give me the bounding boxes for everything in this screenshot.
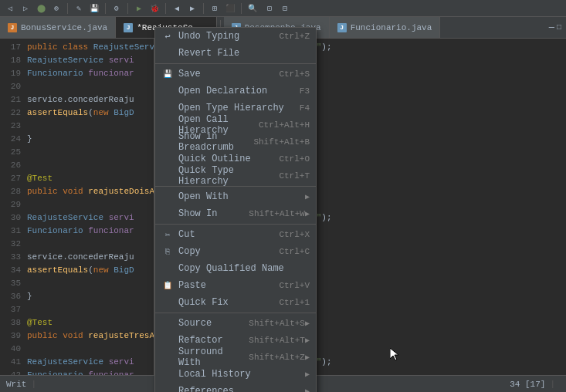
- menu-breadcrumb-label: Show in Breadcrumb: [178, 131, 247, 153]
- tab-spacer: [440, 17, 544, 38]
- menu-quick-type-label: Quick Type Hierarchy: [178, 165, 273, 187]
- menu-surround-label: Surround With: [178, 346, 242, 368]
- toolbar-search[interactable]: 🔍: [246, 2, 259, 15]
- code-line-38: 38@Test: [0, 316, 154, 329]
- toolbar-btn-1[interactable]: ◁: [3, 2, 17, 15]
- quick-fix-icon: [161, 296, 174, 309]
- menu-quick-type-shortcut: Ctrl+T: [279, 171, 310, 181]
- menu-breadcrumb-shortcut: Shift+Alt+B: [253, 137, 310, 147]
- toolbar-btn-2[interactable]: ▷: [19, 2, 32, 15]
- menu-local-history[interactable]: Local History ▶: [155, 366, 316, 383]
- show-in-arrow: ▶: [305, 209, 310, 218]
- tab-bonus-service[interactable]: J BonusService.java: [0, 17, 116, 38]
- copy-qual-icon: [161, 262, 174, 275]
- menu-cut[interactable]: ✂ Cut Ctrl+X: [155, 226, 316, 243]
- menu-open-decl-shortcut: F3: [300, 86, 310, 96]
- code-line-24: 24}: [0, 132, 154, 145]
- toolbar-sep-4: [165, 3, 166, 14]
- left-code-area: 17public class ReajusteService { 18Reaju…: [0, 39, 154, 392]
- code-line-35: 35: [0, 276, 154, 289]
- toolbar-btn-restore[interactable]: ⊟: [278, 2, 292, 15]
- tab-icon-funcionario: J: [337, 23, 347, 32]
- menu-sep-1: [155, 63, 316, 64]
- local-hist-arrow: ▶: [305, 370, 310, 379]
- breadcrumb-icon: [161, 136, 174, 148]
- status-sep-2: |: [550, 380, 555, 389]
- menu-surround-with[interactable]: Surround With Shift+Alt+Z ▶: [155, 349, 316, 366]
- code-line-19: 19Funcionario funcionar: [0, 66, 154, 79]
- win-controls: — □: [544, 17, 566, 38]
- toolbar-btn-9[interactable]: ▶: [185, 2, 199, 15]
- type-hier-icon: [161, 102, 174, 114]
- toolbar-btn-11[interactable]: ⬛: [223, 2, 237, 15]
- quick-outline-icon: [161, 153, 174, 165]
- menu-copy-qual-label: Copy Qualified Name: [178, 263, 310, 274]
- toolbar: ◁ ▷ ⬤ ⊕ ✎ 💾 ⚙ ▶ 🐞 ◀ ▶ ⊞ ⬛ 🔍 ⊡ ⊟: [0, 0, 566, 17]
- minimize-btn[interactable]: —: [549, 22, 554, 33]
- menu-open-declaration[interactable]: Open Declaration F3: [155, 83, 316, 100]
- menu-copy-qualified[interactable]: Copy Qualified Name: [155, 260, 316, 277]
- menu-quick-type-hierarchy[interactable]: Quick Type Hierarchy Ctrl+T: [155, 167, 316, 184]
- menu-source-shortcut: Shift+Alt+S: [249, 319, 305, 328]
- toolbar-btn-8[interactable]: ◀: [170, 2, 184, 15]
- menu-show-in-label: Show In: [178, 208, 242, 219]
- toolbar-btn-run[interactable]: ▶: [132, 2, 146, 15]
- toolbar-btn-debug[interactable]: 🐞: [147, 2, 161, 15]
- code-line-23: 23: [0, 119, 154, 132]
- code-line-22: 22assertEquals(new BigD: [0, 106, 154, 119]
- menu-quick-fix[interactable]: Quick Fix Ctrl+1: [155, 294, 316, 311]
- code-line-41: 41ReajusteService servi: [0, 355, 154, 368]
- menu-quick-outline-label: Quick Outline: [178, 154, 273, 164]
- toolbar-btn-4[interactable]: ⊕: [49, 2, 63, 15]
- open-decl-icon: [161, 85, 174, 97]
- references-arrow: ▶: [305, 387, 310, 392]
- menu-undo[interactable]: ↩ Undo Typing Ctrl+Z: [155, 28, 316, 45]
- status-sep-1: |: [31, 380, 36, 389]
- quick-type-icon: [161, 170, 174, 182]
- code-line-20: 20: [0, 79, 154, 93]
- menu-show-breadcrumb[interactable]: Show in Breadcrumb Shift+Alt+B: [155, 133, 316, 150]
- toolbar-btn-7[interactable]: ⚙: [110, 2, 124, 15]
- toolbar-btn-10[interactable]: ⊞: [208, 2, 222, 15]
- menu-paste[interactable]: 📋 Paste Ctrl+V: [155, 277, 316, 294]
- context-menu: ↩ Undo Typing Ctrl+Z Revert File 💾 Save …: [154, 27, 317, 392]
- menu-references[interactable]: References ▶: [155, 383, 316, 392]
- code-line-33: 33service.concederReaju: [0, 250, 154, 263]
- menu-surround-shortcut: Shift+Alt+Z: [249, 353, 305, 362]
- tab-funcionario[interactable]: J Funcionario.java: [330, 17, 441, 38]
- call-hier-icon: [161, 119, 174, 131]
- paste-icon: 📋: [161, 279, 174, 292]
- tab-label-funcionario: Funcionario.java: [351, 23, 432, 32]
- code-line-32: 32: [0, 237, 154, 250]
- refactor-arrow: ▶: [305, 336, 310, 345]
- revert-icon: [161, 47, 174, 59]
- menu-paste-label: Paste: [178, 280, 273, 291]
- save-icon: 💾: [161, 68, 174, 80]
- menu-open-call-shortcut: Ctrl+Alt+H: [259, 120, 310, 130]
- menu-open-decl-label: Open Declaration: [178, 86, 293, 96]
- menu-paste-shortcut: Ctrl+V: [279, 281, 310, 290]
- menu-show-in[interactable]: Show In Shift+Alt+W ▶: [155, 205, 316, 222]
- toolbar-sep-6: [241, 3, 242, 14]
- code-line-17: 17public class ReajusteService {: [0, 40, 154, 53]
- tab-label-bonus: BonusService.java: [21, 23, 107, 32]
- cut-icon: ✂: [161, 228, 174, 241]
- code-line-25: 25: [0, 145, 154, 158]
- menu-sep-4: [155, 313, 316, 313]
- refactor-icon: [161, 334, 174, 346]
- menu-copy[interactable]: ⎘ Copy Ctrl+C: [155, 243, 316, 260]
- menu-save-label: Save: [178, 69, 273, 79]
- toolbar-btn-5[interactable]: ✎: [72, 2, 86, 15]
- menu-revert[interactable]: Revert File: [155, 45, 316, 62]
- tab-icon-reajuste: J: [124, 23, 133, 32]
- code-line-34: 34assertEquals(new BigD: [0, 263, 154, 276]
- menu-source[interactable]: Source Shift+Alt+S ▶: [155, 315, 316, 332]
- open-with-arrow: ▶: [305, 192, 310, 201]
- source-arrow: ▶: [305, 319, 310, 328]
- toolbar-btn-3[interactable]: ⬤: [34, 2, 48, 15]
- maximize-btn[interactable]: □: [557, 23, 561, 32]
- menu-save[interactable]: 💾 Save Ctrl+S: [155, 66, 316, 83]
- toolbar-btn-6[interactable]: 💾: [87, 2, 101, 15]
- menu-open-with[interactable]: Open With ▶: [155, 188, 316, 205]
- toolbar-btn-win[interactable]: ⊡: [263, 2, 276, 15]
